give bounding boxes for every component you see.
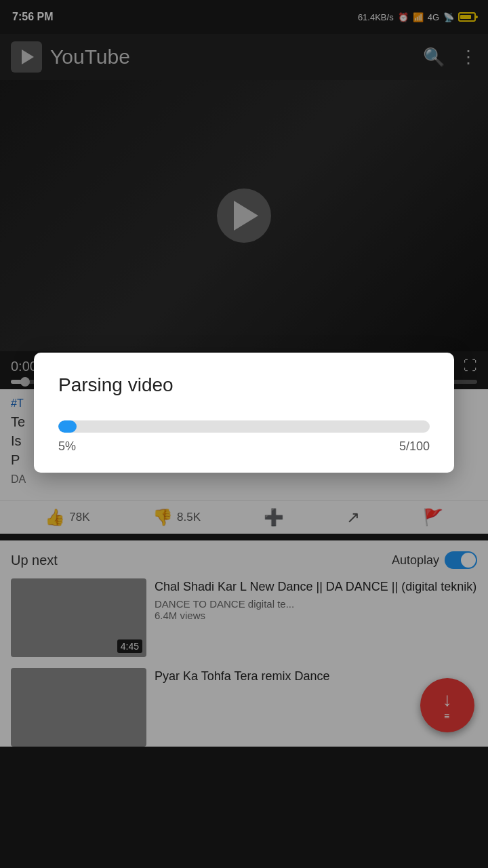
dialog-progress-fill	[58, 420, 77, 433]
dialog-progress-percent: 5%	[58, 439, 76, 454]
dialog-title: Parsing video	[58, 374, 430, 396]
dialog-overlay: Parsing video 5% 5/100	[0, 0, 488, 868]
dialog-progress-total: 5/100	[399, 439, 430, 454]
dialog-progress-labels: 5% 5/100	[58, 439, 430, 454]
parsing-dialog: Parsing video 5% 5/100	[34, 353, 454, 473]
dialog-progress-bar	[58, 420, 430, 433]
